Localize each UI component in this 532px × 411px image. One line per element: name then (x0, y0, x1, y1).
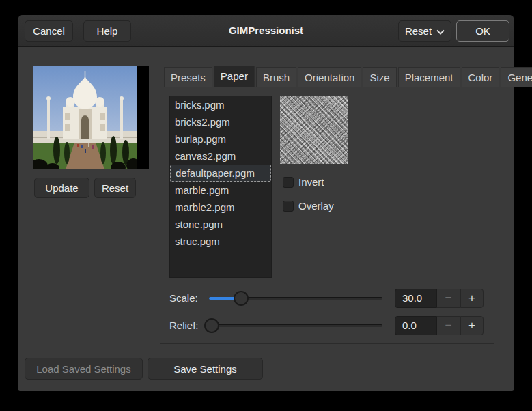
load-saved-settings-button: Load Saved Settings (25, 358, 143, 380)
overlay-label: Overlay (298, 200, 334, 212)
help-button-label: Help (97, 25, 118, 37)
list-item-label: stone.pgm (175, 218, 223, 230)
list-item-label: defaultpaper.pgm (176, 167, 255, 179)
relief-value-input[interactable]: 0.0 (395, 316, 437, 335)
tab-placement[interactable]: Placement (398, 67, 460, 87)
paper-file-list[interactable]: bricks.pgm bricks2.pgm burlap.pgm canvas… (169, 96, 272, 278)
load-saved-settings-label: Load Saved Settings (36, 363, 130, 375)
tab-paper[interactable]: Paper (214, 66, 255, 87)
list-item-label: burlap.pgm (175, 133, 226, 145)
tab-size[interactable]: Size (363, 67, 396, 87)
list-item[interactable]: canvas2.pgm (170, 147, 271, 165)
tab-presets-label: Presets (171, 72, 206, 83)
save-settings-button[interactable]: Save Settings (148, 358, 263, 380)
header-bar: GIMPressionist Cancel Help Reset OK (18, 15, 514, 47)
tab-bar: Presets Paper Brush Orientation Size Pla… (164, 66, 532, 87)
ok-button-label: OK (475, 25, 490, 37)
scale-label: Scale: (169, 292, 198, 304)
gimpressionist-dialog: GIMPressionist Cancel Help Reset OK (18, 15, 514, 391)
scale-slider-thumb[interactable] (234, 291, 249, 306)
invert-option[interactable]: Invert (283, 176, 324, 188)
scale-decrement-button[interactable]: − (437, 289, 460, 308)
relief-slider-thumb[interactable] (204, 318, 219, 333)
reset-dropdown-label: Reset (405, 25, 432, 37)
list-item-label: marble.pgm (175, 184, 229, 196)
relief-label: Relief: (169, 320, 199, 331)
tab-brush[interactable]: Brush (256, 67, 296, 87)
taj-mahal-preview-image (33, 66, 137, 169)
tab-brush-label: Brush (263, 72, 290, 83)
list-item[interactable]: marble.pgm (170, 182, 271, 199)
list-item-label: marble2.pgm (175, 201, 235, 213)
relief-increment-button[interactable]: + (460, 316, 484, 335)
cancel-button-label: Cancel (33, 25, 65, 37)
scale-increment-button[interactable]: + (460, 289, 484, 308)
paper-texture-preview (280, 96, 348, 164)
tab-size-label: Size (369, 72, 389, 83)
tab-paper-label: Paper (221, 70, 248, 82)
update-button[interactable]: Update (34, 178, 89, 198)
help-button[interactable]: Help (83, 20, 131, 42)
invert-label: Invert (298, 176, 324, 188)
list-item[interactable]: stone.pgm (170, 216, 271, 233)
preview-reset-button-label: Reset (102, 182, 128, 194)
list-item[interactable]: marble2.pgm (170, 199, 271, 216)
preview-reset-button[interactable]: Reset (94, 178, 136, 198)
cancel-button[interactable]: Cancel (25, 20, 73, 42)
update-button-label: Update (45, 182, 78, 194)
chevron-down-icon (436, 25, 445, 37)
relief-decrement-button: − (437, 316, 460, 335)
overlay-option[interactable]: Overlay (283, 200, 334, 212)
screen: GIMPressionist Cancel Help Reset OK (0, 0, 532, 411)
list-item-label: struc.pgm (175, 236, 220, 247)
minus-icon: − (445, 319, 452, 332)
list-item-label: bricks.pgm (175, 99, 225, 111)
plus-icon: + (468, 319, 475, 332)
ok-button[interactable]: OK (456, 20, 509, 42)
list-item[interactable]: bricks.pgm (170, 96, 271, 113)
list-item[interactable]: bricks2.pgm (170, 113, 271, 130)
overlay-checkbox[interactable] (283, 201, 294, 212)
tab-color-label: Color (468, 72, 493, 83)
relief-slider-track[interactable] (209, 324, 382, 327)
scale-value-input[interactable]: 30.0 (395, 289, 437, 308)
list-item-label: bricks2.pgm (175, 116, 230, 128)
tab-orientation-label: Orientation (305, 72, 354, 83)
image-preview[interactable] (33, 66, 149, 169)
tab-presets[interactable]: Presets (164, 67, 212, 87)
tab-orientation[interactable]: Orientation (298, 67, 361, 87)
reset-dropdown-button[interactable]: Reset (398, 20, 451, 42)
plus-icon: + (468, 292, 475, 305)
list-item-selected[interactable]: defaultpaper.pgm (170, 165, 271, 182)
list-item[interactable]: struc.pgm (170, 233, 271, 250)
minus-icon: − (445, 292, 452, 305)
tab-general-label: General (507, 72, 532, 83)
tab-general[interactable]: General (501, 67, 532, 87)
tab-color[interactable]: Color (462, 67, 500, 87)
list-item[interactable]: burlap.pgm (170, 130, 271, 147)
list-item-label: canvas2.pgm (175, 150, 236, 162)
invert-checkbox[interactable] (283, 177, 294, 188)
save-settings-label: Save Settings (173, 363, 237, 375)
tab-placement-label: Placement (405, 72, 453, 83)
